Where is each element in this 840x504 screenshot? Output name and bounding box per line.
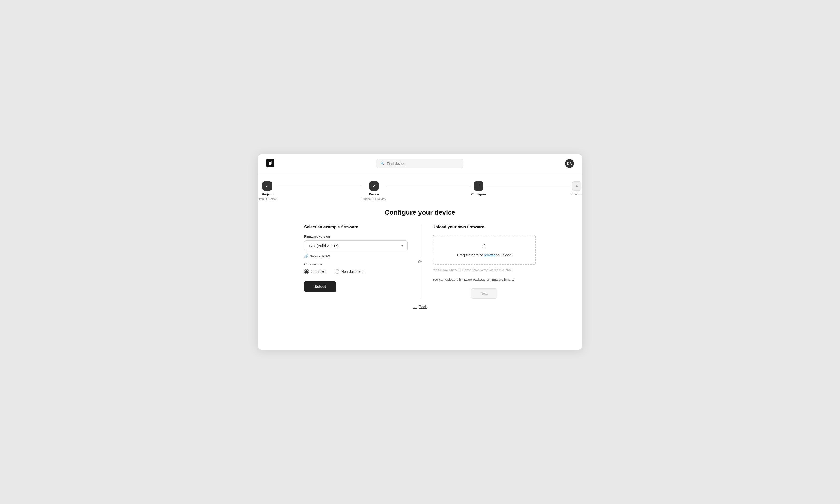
step-sublabel-device: iPhone 15 Pro Max [362,197,386,200]
choose-label: Choose one: [304,262,408,266]
stepper: Project Default Project Device iPhone 15… [258,173,582,206]
main-content: Configure your device Select an example … [258,206,582,350]
radio-jailbroken[interactable]: Jailbroken [304,269,327,274]
step-device: Device iPhone 15 Pro Max [362,181,386,200]
footer: ← Back [413,299,427,313]
source-ipsw-label: Source IPSW [310,254,330,258]
upload-hint: .zip file, raw binary, ELF executable, k… [433,268,512,272]
connector-2 [386,186,471,186]
next-button[interactable]: Next [471,288,497,299]
connector-3 [486,186,571,186]
upload-text-after: to upload [495,253,511,257]
step-label-confirm: Confirm [571,193,582,196]
upload-desc: You can upload a firmware package or fir… [433,277,514,282]
avatar: DA [565,159,574,168]
select-button[interactable]: Select [304,281,336,292]
app-window: 🔍 DA Project Default Project Device iPho… [258,154,582,350]
radio-group: Jailbroken Non-Jailbroken [304,269,408,274]
back-arrow-icon: ← [413,305,417,309]
back-link[interactable]: ← Back [413,305,427,309]
step-configure: 3 Configure [471,181,486,196]
or-divider: Or [417,258,423,265]
step-label-project: Project [262,193,273,196]
upload-icon [480,242,488,251]
link-icon: 🔗 [304,254,308,258]
panels-wrapper: Select an example firmware Firmware vers… [304,225,536,299]
radio-non-jailbroken-input[interactable] [335,269,339,274]
source-ipsw-link[interactable]: 🔗 Source IPSW [304,254,408,258]
step-label-device: Device [369,193,379,196]
upload-text: Drag file here or browse to upload [457,253,511,257]
search-icon: 🔍 [380,161,385,166]
step-project: Project Default Project [258,181,276,200]
radio-jailbroken-label: Jailbroken [311,269,327,274]
upload-dropzone[interactable]: Drag file here or browse to upload [433,235,536,265]
step-confirm: 4 Confirm [571,181,582,196]
connector-1 [276,186,362,186]
upload-text-before: Drag file here or [457,253,484,257]
right-panel-heading: Upload your own firmware [433,225,484,229]
page-title: Configure your device [385,209,456,217]
step-label-configure: Configure [471,193,486,196]
panel-left: Select an example firmware Firmware vers… [304,225,420,299]
header: 🔍 DA [258,154,582,173]
firmware-select-wrapper: 17.7 (Build 21H16) 17.6 (Build 21G80) 17… [304,240,408,251]
step-circle-configure: 3 [474,181,483,191]
firmware-select[interactable]: 17.7 (Build 21H16) 17.6 (Build 21G80) 17… [304,240,408,251]
firmware-label: Firmware version [304,235,408,238]
panel-right: Upload your own firmware Drag file here … [420,225,536,299]
search-bar[interactable]: 🔍 [376,159,463,168]
step-circle-project [262,181,272,191]
logo [266,159,274,168]
step-circle-device [369,181,379,191]
radio-non-jailbroken-label: Non-Jailbroken [341,269,365,274]
browse-link[interactable]: browse [484,253,495,257]
left-panel-heading: Select an example firmware [304,225,408,229]
step-circle-confirm: 4 [572,181,581,191]
radio-non-jailbroken[interactable]: Non-Jailbroken [335,269,365,274]
search-input[interactable] [387,161,459,166]
back-label: Back [419,305,427,309]
step-sublabel-project: Default Project [258,197,276,200]
radio-jailbroken-input[interactable] [304,269,309,274]
